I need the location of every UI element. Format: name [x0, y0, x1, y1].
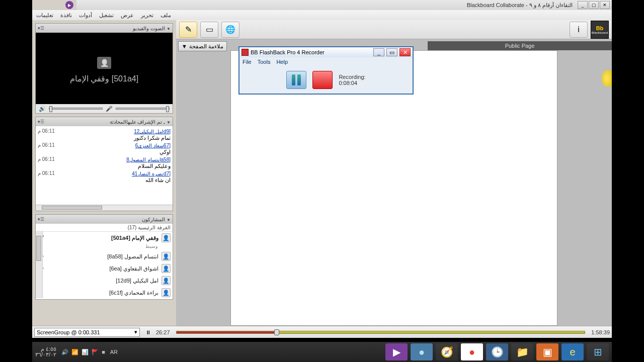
- collapse-icon[interactable]: ▼: [167, 120, 171, 125]
- recorder-pause-button[interactable]: [286, 71, 306, 89]
- player-pause-button[interactable]: ⏸: [143, 327, 153, 337]
- whiteboard-button[interactable]: ✎: [179, 22, 197, 38]
- av-panel: ▼ الصوت والفيديو ☰▾ وقفي الإمام [501a4] …: [35, 23, 173, 114]
- chat-options-icon[interactable]: ☰▾: [38, 119, 44, 124]
- chat-list: [d9امل البكيلي12 06:11 م تمام شكرا دكتور…: [36, 126, 173, 205]
- chat-title: ـ تم الإشراف عليهاالمحادثة: [110, 119, 165, 125]
- ie-icon[interactable]: e: [561, 343, 584, 360]
- speaker-volume-slider[interactable]: [49, 108, 103, 110]
- chat-time: 06:11 م: [38, 128, 55, 134]
- participant-row[interactable]: 👤 براءة المحمادي [6c1f]: [36, 287, 173, 299]
- public-page-tab[interactable]: Public Page: [428, 41, 612, 50]
- participants-title: المشاركون: [142, 217, 165, 222]
- system-tray[interactable]: 🔊 📶 📊 🚩 ■: [61, 349, 105, 355]
- participant-name: براءة المحمادي [6c1f]: [38, 290, 158, 296]
- tray-volume-icon[interactable]: 🔊: [61, 349, 68, 355]
- mic-volume-slider[interactable]: [116, 108, 170, 110]
- room-name: الغرفة الرئيسية (17): [36, 224, 173, 232]
- fit-page-dropdown[interactable]: ملاءمة الصفحة▼: [178, 41, 227, 51]
- clip-dropdown[interactable]: ScreenGroup @ 0:00.331▾: [34, 328, 140, 337]
- content-toolbar: ✎ ▭ 🌐 i BbBlackboard: [176, 20, 612, 39]
- clock-app-icon[interactable]: 🕒: [486, 343, 508, 360]
- recorder-menu-tools[interactable]: Tools: [258, 59, 271, 65]
- app-icon: [65, 1, 73, 9]
- chat-user[interactable]: [67سعاد العنزي6: [135, 143, 171, 148]
- avatar-icon: 👤: [162, 233, 171, 242]
- menu-view[interactable]: عرض: [121, 12, 134, 19]
- menu-help[interactable]: تعليمات: [36, 12, 53, 19]
- chat-text: ان شاء الله: [38, 176, 171, 184]
- recorder-title: BB FlashBack Pro 4 Recorder: [251, 49, 371, 55]
- chat-user[interactable]: [a58ابتسام المصول8: [126, 157, 171, 162]
- collapse-icon[interactable]: ▼: [167, 218, 171, 222]
- mic-icon[interactable]: 🎤: [106, 106, 113, 112]
- chat-time: 06:11 م: [38, 142, 55, 148]
- collaborate-icon[interactable]: ▶: [385, 343, 408, 360]
- chat-user[interactable]: [d9امل البكيلي12: [134, 129, 171, 134]
- info-button[interactable]: i: [570, 22, 588, 38]
- chat-text: وعليكم السلام: [38, 162, 171, 169]
- menu-tools[interactable]: أدوات: [79, 12, 92, 19]
- participant-row[interactable]: 👤 ابتسام المصول [8a58] ▫: [36, 250, 173, 262]
- taskbar: ٤:٥٥ م ٣٦/٠٣/٠٢ 🔊 📶 📊 🚩 ■ AR ▶●🧭●🕒📁▣e⊞: [32, 342, 612, 362]
- minimize-button[interactable]: _: [578, 1, 588, 9]
- av-title: الصوت والفيديو: [133, 26, 165, 31]
- participants-panel: ▼ المشاركون ☰▾ الغرفة الرئيسية (17) 👤 وق…: [35, 214, 173, 300]
- ppt-icon[interactable]: ▣: [536, 343, 558, 360]
- tray-network-icon[interactable]: 📶: [71, 349, 78, 355]
- speaker-avatar-icon: [97, 57, 111, 69]
- participant-name: وقفي الإمام [501a4]: [47, 235, 158, 241]
- chat-panel: ▼ ـ تم الإشراف عليهاالمحادثة ☰▾ [d9امل ا…: [35, 117, 173, 211]
- webtour-button[interactable]: 🌐: [221, 22, 239, 38]
- recorder-app-icon: [242, 49, 249, 56]
- recorder-stop-button[interactable]: [312, 71, 333, 89]
- video-area: وقفي الإمام [501a4]: [36, 33, 173, 104]
- chrome-icon[interactable]: ●: [461, 343, 483, 360]
- participants-vscroll[interactable]: [36, 231, 43, 298]
- chat-time: 06:11 م: [38, 170, 55, 176]
- recording-time: 0:08:04: [339, 80, 365, 86]
- tray-action-icon[interactable]: ■: [102, 349, 105, 355]
- menubar: ملف تحرير عرض تشغيل أدوات نافذة تعليمات: [32, 10, 612, 20]
- menu-run[interactable]: تشغيل: [99, 12, 114, 19]
- participant-name: امل البكيلي [12d9]: [38, 278, 158, 284]
- chat-message: [d7نصرة النصار41 06:11 م ان شاء الله: [38, 170, 171, 184]
- recorder-minimize-button[interactable]: _: [373, 48, 384, 56]
- recorder-window[interactable]: BB FlashBack Pro 4 Recorder _ ▭ ✕ File T…: [238, 46, 414, 95]
- close-button[interactable]: ✕: [600, 1, 610, 9]
- participant-row[interactable]: 👤 وقفي الإمام [501a4] 🎤: [36, 232, 173, 244]
- speaker-name: وقفي الإمام [501a4]: [70, 74, 138, 83]
- maximize-button[interactable]: ▢: [589, 1, 599, 9]
- participant-name: ابتسام المصول [8a58]: [47, 253, 158, 260]
- recorder-menu-file[interactable]: File: [243, 59, 252, 65]
- avatar-icon: 👤: [162, 264, 171, 273]
- chat-hscroll[interactable]: [36, 205, 173, 211]
- menu-window[interactable]: نافذة: [60, 12, 72, 19]
- start-icon[interactable]: ⊞: [587, 343, 609, 360]
- participant-role: وسيط: [145, 244, 157, 249]
- chat-time: 06:11 م: [38, 156, 55, 162]
- avatar-icon: 👤: [162, 252, 171, 261]
- collapse-icon[interactable]: ▼: [167, 27, 171, 31]
- appshare-button[interactable]: ▭: [200, 22, 218, 38]
- explorer-icon[interactable]: 📁: [511, 343, 533, 360]
- av-options-icon[interactable]: ☰▾: [38, 26, 44, 31]
- participant-row[interactable]: 👤 امل البكيلي [12d9]: [36, 275, 173, 287]
- chat-message: [d9امل البكيلي12 06:11 م تمام شكرا دكتور: [38, 128, 171, 141]
- taskbar-clock[interactable]: ٤:٥٥ م ٣٦/٠٣/٠٢: [35, 346, 56, 357]
- tray-flag-icon[interactable]: 🚩: [92, 349, 99, 355]
- recorder-close-button[interactable]: ✕: [399, 48, 411, 56]
- language-indicator[interactable]: AR: [110, 349, 118, 355]
- menu-edit[interactable]: تحرير: [141, 12, 153, 19]
- participants-options-icon[interactable]: ☰▾: [38, 217, 44, 222]
- participant-row[interactable]: 👤 اشواق البقعاوي [6ea] ▫: [36, 262, 173, 275]
- chat-user[interactable]: [d7نصرة النصار41: [132, 171, 171, 176]
- browser1-icon[interactable]: ●: [411, 343, 433, 360]
- menu-file[interactable]: ملف: [160, 12, 171, 19]
- safari-icon[interactable]: 🧭: [436, 343, 458, 360]
- player-seek-slider[interactable]: [176, 331, 586, 334]
- recorder-maximize-button[interactable]: ▭: [386, 48, 397, 56]
- recorder-menu-help[interactable]: Help: [276, 59, 288, 65]
- speaker-icon[interactable]: 🔊: [39, 106, 46, 112]
- tray-signal-icon[interactable]: 📊: [82, 349, 89, 355]
